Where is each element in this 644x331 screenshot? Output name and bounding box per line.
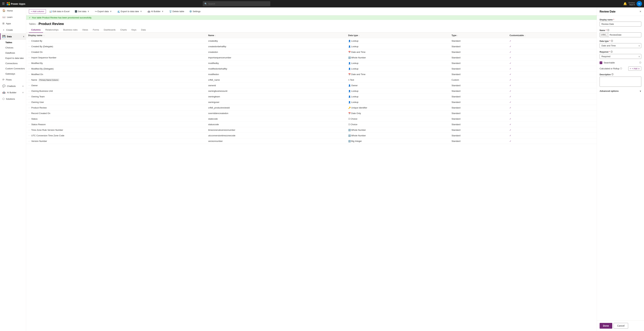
tab-charts[interactable]: Charts — [118, 27, 129, 33]
avatar[interactable]: M — [636, 1, 642, 6]
panel-close-button[interactable]: × — [640, 10, 641, 13]
export-lake-button[interactable]: 🌊 Export to data lake ∨ — [116, 9, 144, 14]
name-info-icon[interactable]: ⓘ — [607, 29, 609, 32]
advanced-options-row[interactable]: Advanced options ∨ — [600, 89, 641, 93]
searchable-checkbox[interactable]: ✓ — [600, 61, 602, 64]
tab-views[interactable]: Views — [80, 27, 90, 33]
row-dots-menu[interactable]: ··· — [28, 106, 31, 109]
sidebar-item-create[interactable]: ＋ Create — [0, 27, 26, 33]
row-dots-menu[interactable]: ··· — [28, 39, 31, 42]
th-name[interactable]: Name ↕ — [206, 33, 346, 38]
cell-customizable: ✓ — [508, 110, 597, 116]
breadcrumb-parent[interactable]: Tables — [29, 22, 36, 25]
tab-relationships[interactable]: Relationships — [43, 27, 61, 33]
search-bar[interactable]: 🔍 — [203, 1, 270, 6]
row-dots-menu[interactable]: ··· — [28, 56, 31, 59]
data-type-icon: 📅 — [348, 73, 351, 76]
export-data-button[interactable]: ↪ Export data ∨ — [93, 9, 114, 14]
row-dots-menu[interactable]: ··· — [28, 67, 31, 70]
sidebar-item-ai-builder[interactable]: 🤖 AI Builder ∨ — [0, 89, 26, 96]
tab-business-rules[interactable]: Business rules — [61, 27, 80, 33]
cell-customizable: ✓ — [508, 88, 597, 94]
get-data-button[interactable]: 🗄️ Get data ∨ — [73, 9, 92, 14]
sidebar-item-home[interactable]: 🏠 Home — [0, 7, 26, 14]
sidebar-sub-custom-connectors[interactable]: Custom Connectors — [0, 66, 26, 71]
search-input[interactable] — [208, 2, 268, 5]
calc-info-icon[interactable]: ⓘ — [620, 67, 622, 70]
data-type-icon: 🔢 — [348, 134, 351, 137]
th-customizable[interactable]: Customizable ↕ — [508, 33, 597, 38]
cell-display-name: ··· Owner — [26, 83, 206, 88]
row-dots-menu[interactable]: ··· — [28, 62, 31, 64]
description-group: Description ⓘ — [600, 73, 641, 87]
add-column-button[interactable]: + Add column — [29, 9, 46, 14]
sidebar-item-data[interactable]: 💾 Data ∧ — [0, 33, 26, 40]
th-display-name[interactable]: Display name ↑↓ — [26, 33, 206, 38]
edit-excel-button[interactable]: 📊 Edit data in Excel — [47, 9, 71, 14]
sidebar-item-chatbots[interactable]: 💬 Chatbots ∨ — [0, 83, 26, 89]
row-dots-menu[interactable]: ··· — [28, 101, 31, 103]
sidebar-item-learn[interactable]: 📖 Learn — [0, 14, 26, 20]
data-type-icon: 👤 — [348, 68, 351, 70]
cell-display-name: ··· Modified On — [26, 71, 206, 77]
required-select[interactable]: Optional Business Recommended Required — [600, 54, 641, 59]
cancel-button[interactable]: Cancel — [614, 323, 628, 329]
cell-customizable: ✓ — [508, 99, 597, 105]
sidebar-sub-choices[interactable]: Choices — [0, 45, 26, 50]
cell-type: Custom — [450, 77, 508, 83]
settings-button[interactable]: ⚙️ Settings — [188, 9, 202, 14]
row-dots-menu[interactable]: ··· — [28, 112, 31, 115]
delete-table-button[interactable]: 🗑️ Delete table — [167, 9, 186, 14]
row-dots-menu[interactable]: ··· — [28, 140, 31, 142]
row-dots-menu[interactable]: ··· — [28, 84, 31, 87]
row-dots-menu[interactable]: ··· — [28, 134, 31, 137]
hamburger-icon[interactable]: ☰ — [2, 2, 5, 5]
done-button[interactable]: Done — [600, 323, 612, 329]
row-dots-menu[interactable]: ··· — [28, 123, 31, 126]
sidebar-sub-connections[interactable]: Connections — [0, 61, 26, 66]
display-name-input[interactable] — [600, 21, 641, 26]
th-data-type[interactable]: Data type ↕ — [346, 33, 450, 38]
row-dots-menu[interactable]: ··· — [28, 90, 31, 92]
sidebar-item-apps[interactable]: ⊞ Apps — [0, 20, 26, 27]
row-dots-menu[interactable]: ··· — [28, 117, 31, 120]
tab-data[interactable]: Data — [139, 27, 148, 33]
sidebar-item-solutions[interactable]: ⬡ Solutions — [0, 96, 26, 102]
required-info-icon[interactable]: ⓘ — [610, 50, 612, 53]
add-calc-button[interactable]: + + Add ∨ — [628, 66, 641, 71]
panel-header: Review Date × — [597, 7, 644, 16]
notification-icon[interactable]: 🔔 — [623, 2, 627, 5]
th-type[interactable]: Type ↕ — [450, 33, 508, 38]
tab-keys[interactable]: Keys — [129, 27, 139, 33]
sidebar-sub-tables[interactable]: Tables — [0, 40, 26, 45]
row-dots-menu[interactable]: ··· — [28, 51, 31, 53]
data-type-info-icon[interactable]: ⓘ — [611, 40, 613, 42]
tab-forms[interactable]: Forms — [90, 27, 102, 33]
row-dots-menu[interactable]: ··· — [28, 45, 31, 48]
breadcrumb: Tables › Product Review — [26, 20, 597, 27]
ai-builder-button[interactable]: 🤖 AI Builder ∨ — [146, 9, 166, 14]
tab-columns[interactable]: Columns — [29, 27, 43, 33]
tab-dashboards[interactable]: Dashboards — [102, 27, 118, 33]
cell-name: modifiedby — [206, 60, 346, 66]
row-dots-menu[interactable]: ··· — [28, 95, 31, 98]
export-data-icon: ↪ — [95, 10, 97, 13]
row-dots-menu[interactable]: ··· — [28, 129, 31, 131]
export-data-chevron[interactable]: ∨ — [110, 10, 112, 13]
sidebar-sub-export-lake[interactable]: Export to data lake — [0, 55, 26, 61]
row-dots-menu[interactable]: ··· — [28, 73, 31, 76]
table-row: ··· UTC Conversion Time Zone Codeutcconv… — [26, 133, 597, 138]
data-type-select[interactable]: Date and Time Date Only Text Whole Numbe… — [600, 43, 641, 48]
cell-name: owningbusinessunit — [206, 88, 346, 94]
get-data-chevron[interactable]: ∨ — [87, 10, 90, 13]
sort-name: ↕ — [215, 34, 216, 36]
sidebar-sub-gateways[interactable]: Gateways — [0, 71, 26, 76]
description-textarea[interactable] — [600, 77, 641, 87]
export-lake-chevron[interactable]: ∨ — [140, 10, 142, 13]
sidebar-item-flows[interactable]: ⟳ Flows — [0, 76, 26, 83]
searchable-info-icon[interactable]: ⓘ — [639, 61, 641, 64]
desc-info-icon[interactable]: ⓘ — [612, 73, 614, 76]
row-dots-menu[interactable]: ··· — [28, 78, 31, 81]
sidebar-sub-dataflows[interactable]: Dataflows — [0, 50, 26, 55]
ai-builder-chevron[interactable]: ∨ — [161, 10, 164, 13]
